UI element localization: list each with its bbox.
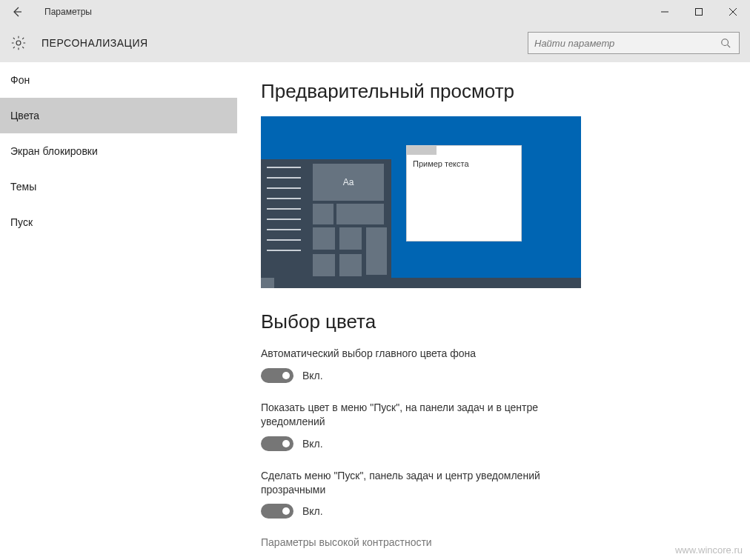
category-title: ПЕРСОНАЛИЗАЦИЯ <box>42 37 148 49</box>
search-icon <box>718 38 733 48</box>
toggle-label-show-color: Показать цвет в меню "Пуск", на панели з… <box>261 401 572 429</box>
toggle-label-auto-color: Автоматический выбор главного цвета фона <box>261 347 572 361</box>
titlebar: Параметры <box>0 0 750 24</box>
preview-heading: Предварительный просмотр <box>261 80 750 103</box>
toggle-state: Вкл. <box>302 505 323 517</box>
back-button[interactable] <box>0 0 34 24</box>
preview-pane: Aa Пример текста <box>261 116 581 288</box>
preview-tile-text: Aa <box>313 164 384 201</box>
svg-line-6 <box>728 45 731 48</box>
sidebar: Фон Цвета Экран блокировки Темы Пуск <box>0 62 237 560</box>
sidebar-item-themes[interactable]: Темы <box>0 169 237 204</box>
color-heading: Выбор цвета <box>261 310 750 333</box>
preview-start-menu: Aa <box>261 159 391 278</box>
sidebar-item-label: Цвета <box>10 110 39 121</box>
toggle-auto-color[interactable] <box>261 368 293 383</box>
sidebar-item-background[interactable]: Фон <box>0 62 237 98</box>
svg-point-4 <box>16 41 21 45</box>
svg-point-5 <box>722 39 729 46</box>
preview-taskbar <box>261 278 581 288</box>
sidebar-item-label: Темы <box>10 181 36 193</box>
gear-icon <box>7 32 30 54</box>
watermark: www.wincore.ru <box>675 544 743 556</box>
sidebar-item-label: Экран блокировки <box>10 145 98 157</box>
svg-rect-1 <box>696 9 703 16</box>
toggle-show-color[interactable] <box>261 436 293 451</box>
maximize-button[interactable] <box>682 0 716 24</box>
search-input[interactable] <box>534 38 718 49</box>
preview-sample-text: Пример текста <box>407 155 521 173</box>
window-title: Параметры <box>44 7 92 17</box>
category-header: ПЕРСОНАЛИЗАЦИЯ <box>0 24 750 62</box>
sidebar-item-lockscreen[interactable]: Экран блокировки <box>0 133 237 169</box>
toggle-state: Вкл. <box>302 438 323 450</box>
close-button[interactable] <box>716 0 750 24</box>
toggle-label-transparency: Сделать меню "Пуск", панель задач и цент… <box>261 469 572 497</box>
preview-sample-window: Пример текста <box>406 145 522 241</box>
sidebar-item-label: Фон <box>10 74 30 86</box>
toggle-state: Вкл. <box>302 370 323 381</box>
sidebar-item-label: Пуск <box>10 216 33 228</box>
sidebar-item-colors[interactable]: Цвета <box>0 98 237 133</box>
search-box[interactable] <box>528 32 740 54</box>
sidebar-item-start[interactable]: Пуск <box>0 204 237 240</box>
content-pane: Предварительный просмотр Aa <box>237 62 750 560</box>
minimize-button[interactable] <box>648 0 682 24</box>
toggle-transparency[interactable] <box>261 504 293 519</box>
